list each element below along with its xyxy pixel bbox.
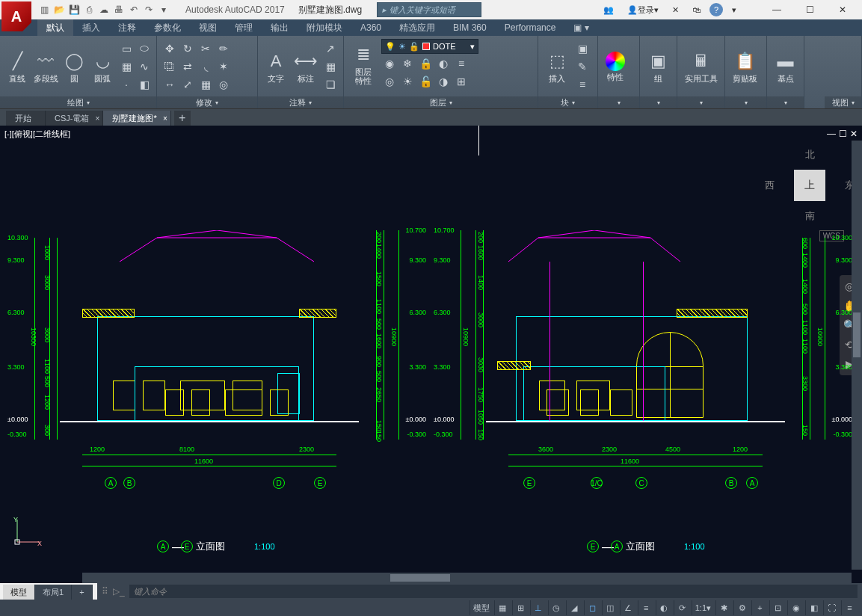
layer-iso-icon[interactable]: ◐ xyxy=(435,55,452,72)
viewport-min-icon[interactable]: — xyxy=(827,129,836,139)
status-monitor-icon[interactable]: + xyxy=(751,600,768,615)
clipboard-button[interactable]: 📋剪贴板 xyxy=(730,49,760,84)
status-isodraft-icon[interactable]: ◢ xyxy=(566,600,582,615)
array-icon[interactable]: ▦ xyxy=(197,76,214,93)
trim-icon[interactable]: ✂ xyxy=(197,40,214,57)
help-icon[interactable]: ? xyxy=(709,3,723,16)
text-button[interactable]: A文字 xyxy=(262,49,289,84)
block-attr-icon[interactable]: ≡ xyxy=(574,76,591,93)
properties-button[interactable]: 特性 xyxy=(603,50,628,83)
layer-lock-icon[interactable]: 🔒 xyxy=(417,55,434,72)
ribbon-tab-parametric[interactable]: 参数化 xyxy=(145,19,190,36)
ribbon-tab-output[interactable]: 输出 xyxy=(262,19,298,36)
group-button[interactable]: ▣组 xyxy=(644,49,672,84)
scale-icon[interactable]: ⤢ xyxy=(179,76,196,93)
qat-undo-icon[interactable]: ↶ xyxy=(127,3,141,16)
status-transparency-icon[interactable]: ◐ xyxy=(656,600,672,615)
ellipse-icon[interactable]: ⬭ xyxy=(136,40,153,57)
block-create-icon[interactable]: ▣ xyxy=(574,40,591,57)
viewcube[interactable]: 北 南 西 东 上 xyxy=(772,148,847,223)
rotate-icon[interactable]: ↻ xyxy=(179,40,196,57)
offset-icon[interactable]: ◎ xyxy=(215,76,232,93)
ribbon-tab-default[interactable]: 默认 xyxy=(37,19,73,36)
app-menu-button[interactable]: A xyxy=(1,1,31,31)
status-workspace-icon[interactable]: ⚙ xyxy=(733,600,750,615)
status-otrack-icon[interactable]: ∠ xyxy=(620,600,636,615)
status-lwt-icon[interactable]: ≡ xyxy=(638,600,654,615)
status-grid-icon[interactable]: ▦ xyxy=(494,600,511,615)
horizontal-scrollbar[interactable] xyxy=(82,573,852,583)
layout-tab-add[interactable]: + xyxy=(72,585,92,600)
fillet-icon[interactable]: ◟ xyxy=(197,58,214,75)
qat-saveas-icon[interactable]: ⎙ xyxy=(82,3,96,16)
status-cycling-icon[interactable]: ⟳ xyxy=(674,600,690,615)
file-tab-csj[interactable]: CSJ-電箱× xyxy=(46,111,103,126)
block-edit-icon[interactable]: ✎ xyxy=(574,58,591,75)
search-input[interactable]: ▸键入关键字或短语 xyxy=(377,2,481,17)
ribbon-tab-manage[interactable]: 管理 xyxy=(226,19,262,36)
utilities-button[interactable]: 🖩实用工具 xyxy=(682,49,720,84)
viewport-close-icon[interactable]: ✕ xyxy=(850,129,858,139)
viewcube-west[interactable]: 西 xyxy=(765,179,775,192)
qat-cloud-icon[interactable]: ☁ xyxy=(97,3,111,16)
ribbon-tab-bim360[interactable]: BIM 360 xyxy=(444,19,496,36)
spline-icon[interactable]: ∿ xyxy=(136,58,153,75)
status-ortho-icon[interactable]: ⊥ xyxy=(530,600,547,615)
status-osnap-icon[interactable]: ◻ xyxy=(584,600,600,615)
drawing-viewport[interactable]: [-][俯视][二维线框] — ☐ ✕ 北 南 西 东 上 WCS ◎ ✋ 🔍 … xyxy=(0,126,862,583)
app-store-icon[interactable]: 🛍 xyxy=(688,1,705,18)
mtext-icon[interactable]: ❏ xyxy=(322,76,339,93)
ribbon-tab-a360[interactable]: A360 xyxy=(351,19,390,36)
help-dropdown-icon[interactable]: ▾ xyxy=(727,1,741,18)
circle-button[interactable]: ◯圆 xyxy=(61,49,87,84)
region-icon[interactable]: ◧ xyxy=(136,76,153,93)
ribbon-tab-insert[interactable]: 插入 xyxy=(73,19,109,36)
qat-save-icon[interactable]: 💾 xyxy=(67,3,81,16)
ucs-icon[interactable]: Y X xyxy=(13,516,43,546)
mirror-icon[interactable]: ⇄ xyxy=(179,58,196,75)
command-input[interactable]: 键入命令 xyxy=(129,585,858,598)
status-annoscale-button[interactable]: 1:1 ▾ xyxy=(692,600,714,615)
qat-print-icon[interactable]: 🖶 xyxy=(112,3,126,16)
status-model-button[interactable]: 模型 xyxy=(470,600,493,615)
status-hardware-icon[interactable]: ◉ xyxy=(787,600,804,615)
layer-thaw-icon[interactable]: ☀ xyxy=(399,73,416,90)
file-tab-start[interactable]: 开始 xyxy=(6,111,46,126)
ribbon-tab-extra-icon[interactable]: ▣ ▾ xyxy=(564,19,597,36)
insert-block-button[interactable]: ⬚插入 xyxy=(543,49,571,84)
layer-off-icon[interactable]: ◉ xyxy=(381,55,398,72)
infocenter-button[interactable]: 👥 xyxy=(599,1,618,18)
viewport-max-icon[interactable]: ☐ xyxy=(839,129,847,139)
layout-tab-layout1[interactable]: 布局1 xyxy=(35,585,72,600)
viewcube-north[interactable]: 北 xyxy=(805,148,815,161)
layer-state-icon[interactable]: ⊞ xyxy=(453,73,470,90)
layer-match-icon[interactable]: ≡ xyxy=(453,55,470,72)
basepoint-button[interactable]: ▬基点 xyxy=(772,49,799,84)
layout-tab-model[interactable]: 模型 xyxy=(3,585,35,600)
qat-redo-icon[interactable]: ↷ xyxy=(142,3,156,16)
arc-button[interactable]: ◡圆弧 xyxy=(90,49,115,84)
maximize-button[interactable]: ☐ xyxy=(793,0,826,19)
qat-new-icon[interactable]: ▥ xyxy=(37,3,51,16)
new-tab-button[interactable]: + xyxy=(174,111,191,126)
status-polar-icon[interactable]: ◷ xyxy=(548,600,564,615)
polyline-button[interactable]: 〰多段线 xyxy=(33,49,58,84)
status-annotation-icon[interactable]: ✱ xyxy=(715,600,732,615)
move-icon[interactable]: ✥ xyxy=(161,40,178,57)
viewcube-top[interactable]: 上 xyxy=(794,170,825,201)
ribbon-tab-view[interactable]: 视图 xyxy=(190,19,226,36)
status-3dosnap-icon[interactable]: ◫ xyxy=(602,600,618,615)
viewport-label[interactable]: [-][俯视][二维线框] xyxy=(4,129,70,140)
close-icon[interactable]: × xyxy=(96,114,100,123)
cmdline-grip-icon[interactable]: ⠿ xyxy=(102,586,108,597)
explode-icon[interactable]: ✶ xyxy=(215,58,232,75)
status-customize-icon[interactable]: ≡ xyxy=(841,600,858,615)
hatch-icon[interactable]: ▦ xyxy=(118,58,135,75)
leader-icon[interactable]: ↗ xyxy=(322,40,339,57)
ribbon-tab-performance[interactable]: Performance xyxy=(496,19,565,36)
rectangle-icon[interactable]: ▭ xyxy=(118,40,135,57)
status-cleanscreen-icon[interactable]: ⛶ xyxy=(823,600,840,615)
signin-button[interactable]: 👤 登录 ▾ xyxy=(623,1,663,18)
layer-on-icon[interactable]: ◎ xyxy=(381,73,398,90)
stretch-icon[interactable]: ↔ xyxy=(161,76,178,93)
